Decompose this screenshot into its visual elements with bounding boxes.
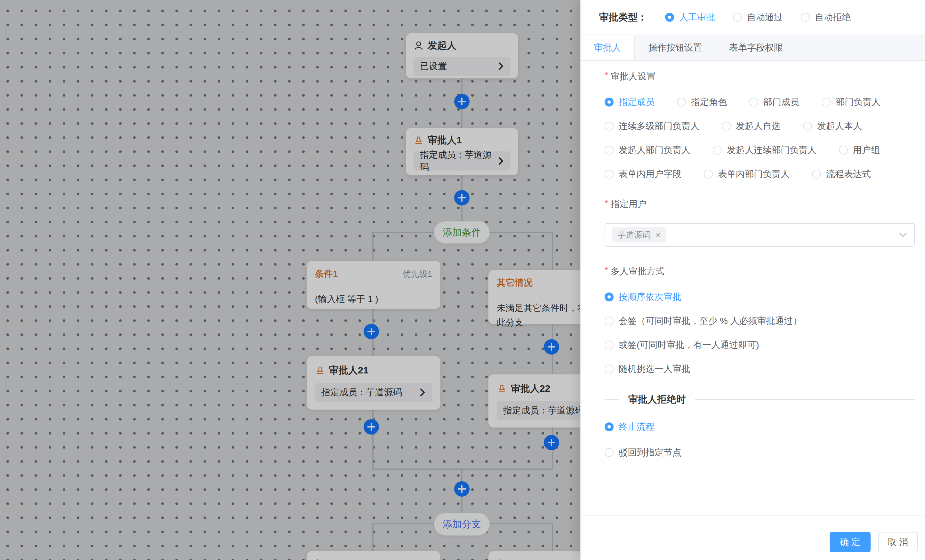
- approval-type-row: 审批类型： 人工审批 自动通过 自动拒绝: [581, 0, 925, 27]
- radio-user-group[interactable]: 用户组: [839, 144, 880, 156]
- assigned-user-label: 指定用户: [605, 198, 915, 210]
- reject-divider: 审批人拒绝时: [605, 393, 915, 406]
- chevron-down-icon: [898, 232, 908, 238]
- radio-icon: [605, 170, 613, 179]
- radio-designated-role[interactable]: 指定角色: [677, 96, 727, 108]
- multi-mode-label: 多人审批方式: [605, 265, 915, 277]
- radio-icon: [605, 98, 613, 107]
- radio-designated-member[interactable]: 指定成员: [605, 96, 655, 108]
- user-tag: 芋道源码 ×: [612, 227, 666, 242]
- assigned-user-select[interactable]: 芋道源码 ×: [605, 223, 915, 247]
- radio-return-to-node[interactable]: 驳回到指定节点: [605, 446, 915, 459]
- radio-icon: [605, 340, 613, 349]
- tab-form-field-permissions[interactable]: 表单字段权限: [716, 35, 796, 60]
- radio-multi-level-dept-leader[interactable]: 连续多级部门负责人: [605, 120, 699, 132]
- tab-button-settings[interactable]: 操作按钮设置: [635, 35, 716, 60]
- panel-body: 审批人设置 指定成员 指定角色 部门成员 部门负责人 连续多级部门负责人 发起人…: [581, 61, 925, 476]
- tag-close-icon[interactable]: ×: [656, 230, 661, 240]
- approver-setting-label: 审批人设置: [605, 71, 915, 83]
- radio-countersign[interactable]: 会签（可同时审批，至少 % 人必须审批通过）: [605, 315, 915, 327]
- radio-icon: [605, 292, 613, 301]
- radio-icon: [704, 170, 713, 179]
- radio-process-expression[interactable]: 流程表达式: [812, 168, 871, 180]
- approval-config-panel: 审批类型： 人工审批 自动通过 自动拒绝 审批人 操作按钮设置 表单字段权限 审…: [580, 0, 925, 560]
- footer-divider: [581, 515, 925, 516]
- confirm-button[interactable]: 确 定: [830, 532, 871, 552]
- radio-icon: [822, 98, 830, 107]
- radio-initiator-multi-dept-leader[interactable]: 发起人连续部门负责人: [713, 144, 817, 156]
- radio-icon: [605, 122, 613, 131]
- radio-icon: [677, 98, 686, 107]
- radio-icon: [749, 98, 758, 107]
- radio-initiator-choose[interactable]: 发起人自选: [722, 120, 780, 132]
- radio-auto-approve[interactable]: 自动通过: [733, 11, 783, 23]
- radio-sequential-approval[interactable]: 按顺序依次审批: [605, 291, 915, 303]
- radio-initiator-dept-leader[interactable]: 发起人部门负责人: [605, 144, 690, 156]
- radio-icon: [605, 364, 613, 373]
- radio-icon: [812, 170, 821, 179]
- radio-icon: [665, 13, 674, 22]
- approval-type-label: 审批类型：: [599, 11, 647, 24]
- radio-manual-approval[interactable]: 人工审批: [665, 11, 715, 23]
- radio-icon: [803, 122, 812, 131]
- radio-initiator-self[interactable]: 发起人本人: [803, 120, 862, 132]
- radio-icon: [605, 316, 613, 325]
- panel-footer: 确 定 取 消: [830, 532, 917, 552]
- panel-tabs: 审批人 操作按钮设置 表单字段权限: [581, 35, 925, 61]
- radio-icon: [839, 146, 848, 155]
- radio-icon: [722, 122, 731, 131]
- radio-orsign[interactable]: 或签(可同时审批，有一人通过即可): [605, 339, 915, 351]
- radio-icon: [713, 146, 722, 155]
- radio-icon: [605, 448, 613, 457]
- radio-icon: [605, 146, 613, 155]
- radio-dept-leader[interactable]: 部门负责人: [822, 96, 880, 108]
- radio-icon: [733, 13, 742, 22]
- radio-auto-reject[interactable]: 自动拒绝: [801, 11, 851, 23]
- tab-approver[interactable]: 审批人: [581, 35, 635, 60]
- radio-icon: [801, 13, 810, 22]
- radio-icon: [605, 422, 613, 431]
- cancel-button[interactable]: 取 消: [878, 532, 917, 552]
- radio-form-user-field[interactable]: 表单内用户字段: [605, 168, 681, 180]
- radio-form-dept-leader[interactable]: 表单内部门负责人: [704, 168, 789, 180]
- radio-dept-member[interactable]: 部门成员: [749, 96, 799, 108]
- radio-terminate-process[interactable]: 终止流程: [605, 421, 915, 433]
- radio-random-one[interactable]: 随机挑选一人审批: [605, 363, 915, 375]
